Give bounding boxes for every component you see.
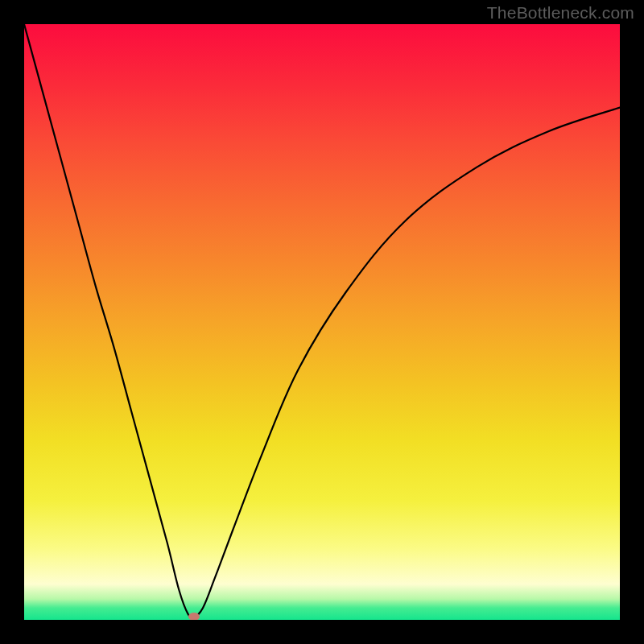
dip-marker xyxy=(188,613,200,620)
bottleneck-curve xyxy=(24,24,620,617)
chart-container: TheBottleneck.com xyxy=(0,0,644,644)
curve-svg xyxy=(24,24,620,620)
watermark-text: TheBottleneck.com xyxy=(487,3,634,23)
plot-area xyxy=(24,24,620,620)
